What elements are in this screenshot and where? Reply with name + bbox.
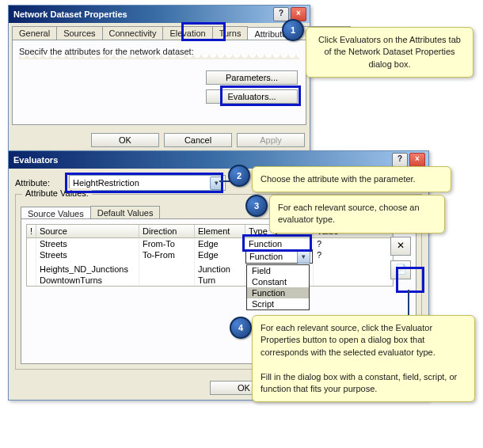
attribute-label: Attribute: — [15, 178, 63, 188]
x-icon: ✕ — [397, 240, 405, 251]
callout-number-2: 2 — [228, 165, 250, 187]
apply-button[interactable]: Apply — [237, 133, 305, 147]
cell-source: Heights_ND_Junctions — [36, 264, 139, 275]
cell-value: ? — [314, 249, 393, 264]
cell-value — [314, 264, 393, 275]
side-buttons: ✕ 📄 — [390, 237, 411, 279]
cell-direction — [139, 275, 195, 286]
properties-icon: 📄 — [395, 264, 407, 275]
cell-type: Function — [245, 238, 314, 249]
tabs-props: General Sources Connectivity Elevation T… — [9, 23, 310, 40]
help-icon[interactable]: ? — [273, 7, 289, 21]
callout-box-4: For each relevant source, click the Eval… — [252, 315, 475, 402]
titlebar-props: Network Dataset Properties ? × — [9, 6, 310, 23]
leader-4 — [408, 290, 409, 317]
tab-general[interactable]: General — [12, 26, 57, 40]
tab-connectivity[interactable]: Connectivity — [102, 26, 164, 40]
help-icon[interactable]: ? — [392, 153, 408, 167]
cell-direction: To-From — [139, 249, 195, 264]
cell-value — [314, 275, 393, 286]
tab-elevation[interactable]: Elevation — [162, 26, 212, 40]
sources-grid: ! Source Direction Element Type Value St… — [26, 224, 394, 287]
buttonrow-props: OK Cancel Apply — [9, 128, 310, 152]
tabpanel-props: Specify the attributes for the network d… — [12, 40, 306, 125]
col-source[interactable]: Source — [36, 225, 139, 238]
tab-sources[interactable]: Sources — [56, 26, 102, 40]
table-row[interactable]: Streets To-From Edge Function ▾ ? — [27, 249, 393, 264]
cell-source: DowntownTurns — [36, 275, 139, 286]
torn-edge — [19, 55, 299, 59]
type-option[interactable]: Constant — [247, 276, 309, 287]
type-option[interactable]: Field — [247, 265, 309, 276]
callout-number-3: 3 — [245, 195, 268, 217]
attribute-value: HeightRestriction — [73, 178, 210, 188]
table-row[interactable]: Heights_ND_Junctions Junction — [27, 264, 393, 275]
ok-button[interactable]: OK — [91, 133, 159, 147]
cell-element: Junction — [195, 264, 245, 275]
cell-element: Edge — [195, 238, 245, 249]
cell-type-select[interactable]: Function ▾ — [245, 249, 314, 264]
cell-element: Edge — [195, 249, 245, 264]
evaluator-properties-button[interactable]: 📄 — [390, 260, 411, 279]
cell-source: Streets — [36, 238, 139, 249]
subtab-default-values[interactable]: Default Values — [90, 206, 161, 219]
type-option[interactable]: Script — [247, 298, 309, 309]
col-direction[interactable]: Direction — [139, 225, 195, 238]
cell-direction: From-To — [139, 238, 195, 249]
title-props: Network Dataset Properties — [13, 9, 272, 19]
tab-turns[interactable]: Turns — [212, 26, 249, 40]
type-option[interactable]: Function — [247, 287, 309, 298]
col-element[interactable]: Element — [195, 225, 245, 238]
close-icon[interactable]: × — [409, 153, 425, 167]
cell-element: Turn — [195, 275, 245, 286]
chevron-down-icon[interactable]: ▾ — [210, 177, 223, 190]
evaluators-button[interactable]: Evaluators... — [206, 89, 298, 104]
cell-source: Streets — [36, 249, 139, 264]
chevron-down-icon[interactable]: ▾ — [297, 250, 310, 264]
parameters-button[interactable]: Parameters... — [206, 70, 298, 85]
type-dropdown[interactable]: Field Constant Function Script — [246, 264, 310, 310]
dialog-network-dataset-properties: Network Dataset Properties ? × General S… — [8, 5, 310, 153]
callout-box-2: Choose the attribute with the parameter. — [252, 166, 451, 192]
attribute-select[interactable]: HeightRestriction ▾ — [69, 175, 226, 191]
col-bang[interactable]: ! — [27, 225, 36, 238]
callout-number-4: 4 — [230, 317, 252, 339]
cancel-button[interactable]: Cancel — [164, 133, 232, 147]
callout-box-3: For each relevant source, choose an eval… — [269, 195, 445, 233]
title-eval: Evaluators — [13, 155, 390, 165]
attribute-values-legend: Attribute Values: — [22, 188, 92, 198]
delete-button[interactable]: ✕ — [390, 237, 411, 256]
callout-number-1: 1 — [282, 19, 304, 41]
callout-box-1: Click Evaluators on the Attributes tab o… — [306, 27, 473, 78]
cell-value: ? — [314, 238, 393, 249]
cell-direction — [139, 264, 195, 275]
table-row[interactable]: Streets From-To Edge Function ? — [27, 238, 393, 249]
table-row[interactable]: DowntownTurns Turn — [27, 275, 393, 286]
